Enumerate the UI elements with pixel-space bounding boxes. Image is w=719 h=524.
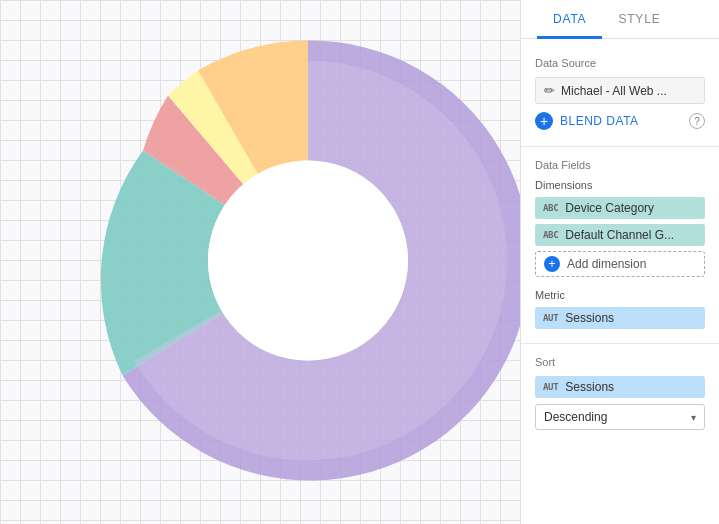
sort-badge: AUT <box>543 382 558 392</box>
divider-1 <box>521 146 719 147</box>
sort-chip-label: Sessions <box>565 380 614 394</box>
dim2-label: Default Channel G... <box>565 228 674 242</box>
tab-data[interactable]: DATA <box>537 0 602 39</box>
chart-area <box>0 0 520 524</box>
add-dimension-plus-icon: + <box>544 256 560 272</box>
dim1-badge: ABC <box>543 203 558 213</box>
sort-label: Sort <box>535 356 705 368</box>
help-icon[interactable]: ? <box>689 113 705 129</box>
dimension-chip-1[interactable]: ABC Device Category <box>535 197 705 219</box>
descending-label: Descending <box>544 410 691 424</box>
data-source-value: Michael - All Web ... <box>561 84 696 98</box>
data-fields-label: Data Fields <box>535 159 705 171</box>
tabs-bar: DATA STYLE <box>521 0 719 39</box>
donut-chart <box>68 21 520 501</box>
metric-section: Metric AUT Sessions <box>535 289 705 329</box>
pencil-icon: ✏ <box>544 83 555 98</box>
dimension-chip-2[interactable]: ABC Default Channel G... <box>535 224 705 246</box>
panel-content: Data Source ✏ Michael - All Web ... + BL… <box>521 39 719 524</box>
blend-plus-icon: + <box>535 112 553 130</box>
dim1-label: Device Category <box>565 201 654 215</box>
tab-style[interactable]: STYLE <box>602 0 676 39</box>
dimensions-sub-label: Dimensions <box>535 179 705 191</box>
metric-badge: AUT <box>543 313 558 323</box>
right-panel: DATA STYLE Data Source ✏ Michael - All W… <box>520 0 719 524</box>
add-dimension-label: Add dimension <box>567 257 646 271</box>
divider-2 <box>521 343 719 344</box>
blend-data-row[interactable]: + BLEND DATA ? <box>535 112 705 130</box>
sort-chip[interactable]: AUT Sessions <box>535 376 705 398</box>
metric-label: Sessions <box>565 311 614 325</box>
dim2-badge: ABC <box>543 230 558 240</box>
donut-container <box>68 21 520 504</box>
descending-dropdown[interactable]: Descending ▾ <box>535 404 705 430</box>
metric-chip[interactable]: AUT Sessions <box>535 307 705 329</box>
data-source-section-label: Data Source <box>535 57 705 69</box>
svg-point-1 <box>208 161 408 361</box>
blend-data-label: BLEND DATA <box>560 114 639 128</box>
sort-section: Sort AUT Sessions Descending ▾ <box>535 356 705 430</box>
dropdown-arrow-icon: ▾ <box>691 412 696 423</box>
data-source-row[interactable]: ✏ Michael - All Web ... <box>535 77 705 104</box>
metric-sub-label: Metric <box>535 289 705 301</box>
add-dimension-button[interactable]: + Add dimension <box>535 251 705 277</box>
